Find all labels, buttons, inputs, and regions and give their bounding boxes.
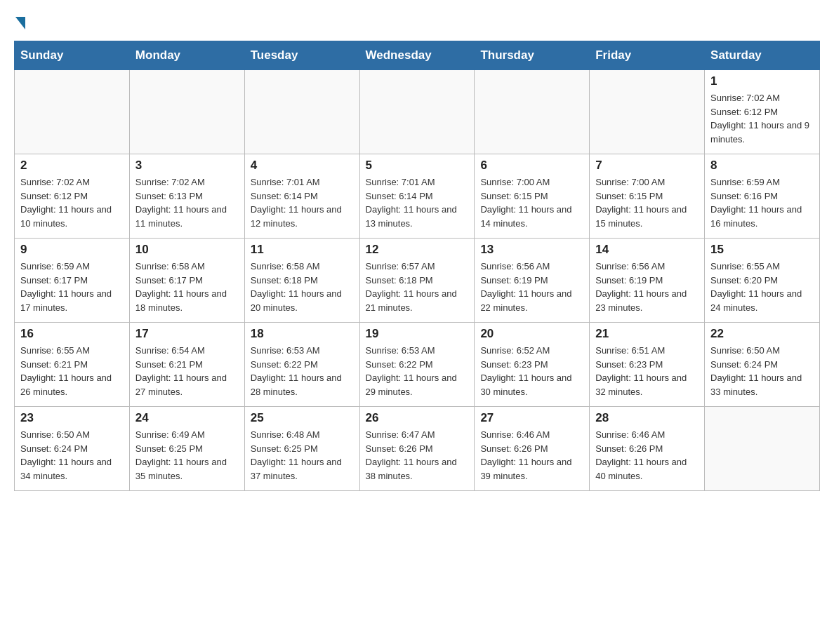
day-number: 10 (135, 243, 239, 257)
calendar-cell (590, 70, 705, 154)
calendar-cell: 5Sunrise: 7:01 AMSunset: 6:14 PMDaylight… (359, 154, 475, 239)
day-number: 18 (251, 327, 354, 341)
day-number: 4 (251, 159, 354, 173)
calendar-cell: 25Sunrise: 6:48 AMSunset: 6:25 PMDayligh… (244, 407, 359, 491)
day-info: Sunrise: 6:49 AMSunset: 6:25 PMDaylight:… (135, 428, 239, 483)
day-info: Sunrise: 6:50 AMSunset: 6:24 PMDaylight:… (20, 428, 124, 483)
day-info: Sunrise: 6:53 AMSunset: 6:22 PMDaylight:… (251, 344, 354, 398)
calendar-cell (475, 70, 590, 154)
calendar-cell: 7Sunrise: 7:00 AMSunset: 6:15 PMDaylight… (590, 154, 705, 239)
logo-arrow-icon (15, 17, 25, 29)
week-row-3: 9Sunrise: 6:59 AMSunset: 6:17 PMDaylight… (15, 239, 820, 323)
calendar-cell: 15Sunrise: 6:55 AMSunset: 6:20 PMDayligh… (705, 239, 820, 323)
week-row-2: 2Sunrise: 7:02 AMSunset: 6:12 PMDaylight… (15, 154, 820, 239)
weekday-row: SundayMondayTuesdayWednesdayThursdayFrid… (15, 41, 820, 70)
calendar-cell: 11Sunrise: 6:58 AMSunset: 6:18 PMDayligh… (244, 239, 359, 323)
weekday-header-friday: Friday (590, 41, 705, 70)
day-info: Sunrise: 6:51 AMSunset: 6:23 PMDaylight:… (595, 344, 699, 398)
calendar-cell: 8Sunrise: 6:59 AMSunset: 6:16 PMDaylight… (705, 154, 820, 239)
day-info: Sunrise: 6:59 AMSunset: 6:16 PMDaylight:… (710, 175, 814, 230)
day-number: 8 (710, 159, 814, 173)
day-info: Sunrise: 6:56 AMSunset: 6:19 PMDaylight:… (595, 260, 699, 314)
day-info: Sunrise: 6:54 AMSunset: 6:21 PMDaylight:… (135, 344, 239, 398)
day-info: Sunrise: 6:46 AMSunset: 6:26 PMDaylight:… (595, 428, 699, 483)
day-number: 1 (710, 74, 814, 88)
day-number: 17 (135, 327, 239, 341)
calendar-cell: 2Sunrise: 7:02 AMSunset: 6:12 PMDaylight… (15, 154, 130, 239)
day-number: 23 (20, 411, 124, 425)
day-number: 21 (595, 327, 699, 341)
weekday-header-wednesday: Wednesday (359, 41, 475, 70)
day-number: 11 (251, 243, 354, 257)
day-number: 15 (710, 243, 814, 257)
calendar-cell: 19Sunrise: 6:53 AMSunset: 6:22 PMDayligh… (359, 323, 475, 407)
day-info: Sunrise: 6:58 AMSunset: 6:17 PMDaylight:… (135, 260, 239, 314)
day-info: Sunrise: 7:02 AMSunset: 6:12 PMDaylight:… (20, 175, 124, 230)
calendar-cell: 21Sunrise: 6:51 AMSunset: 6:23 PMDayligh… (590, 323, 705, 407)
day-number: 25 (251, 411, 354, 425)
calendar-cell: 18Sunrise: 6:53 AMSunset: 6:22 PMDayligh… (244, 323, 359, 407)
day-info: Sunrise: 6:55 AMSunset: 6:21 PMDaylight:… (20, 344, 124, 398)
day-number: 24 (135, 411, 239, 425)
day-number: 22 (710, 327, 814, 341)
day-info: Sunrise: 6:59 AMSunset: 6:17 PMDaylight:… (20, 260, 124, 314)
calendar-cell (244, 70, 359, 154)
day-number: 14 (595, 243, 699, 257)
weekday-header-monday: Monday (129, 41, 244, 70)
day-number: 3 (135, 159, 239, 173)
day-number: 9 (20, 243, 124, 257)
day-info: Sunrise: 7:02 AMSunset: 6:13 PMDaylight:… (135, 175, 239, 230)
calendar-cell: 1Sunrise: 7:02 AMSunset: 6:12 PMDaylight… (705, 70, 820, 154)
calendar-cell: 9Sunrise: 6:59 AMSunset: 6:17 PMDaylight… (15, 239, 130, 323)
day-number: 13 (480, 243, 583, 257)
calendar-cell: 24Sunrise: 6:49 AMSunset: 6:25 PMDayligh… (129, 407, 244, 491)
calendar-cell (705, 407, 820, 491)
day-number: 20 (480, 327, 583, 341)
day-number: 2 (20, 159, 124, 173)
day-info: Sunrise: 6:47 AMSunset: 6:26 PMDaylight:… (366, 428, 469, 483)
weekday-header-saturday: Saturday (705, 41, 820, 70)
day-info: Sunrise: 7:00 AMSunset: 6:15 PMDaylight:… (480, 175, 583, 230)
day-info: Sunrise: 6:52 AMSunset: 6:23 PMDaylight:… (480, 344, 583, 398)
day-info: Sunrise: 7:01 AMSunset: 6:14 PMDaylight:… (251, 175, 354, 230)
calendar-cell: 3Sunrise: 7:02 AMSunset: 6:13 PMDaylight… (129, 154, 244, 239)
day-info: Sunrise: 6:56 AMSunset: 6:19 PMDaylight:… (480, 260, 583, 314)
calendar-cell: 4Sunrise: 7:01 AMSunset: 6:14 PMDaylight… (244, 154, 359, 239)
week-row-1: 1Sunrise: 7:02 AMSunset: 6:12 PMDaylight… (15, 70, 820, 154)
weekday-header-thursday: Thursday (475, 41, 590, 70)
day-number: 7 (595, 159, 699, 173)
day-number: 19 (366, 327, 469, 341)
day-number: 26 (366, 411, 469, 425)
calendar-cell: 20Sunrise: 6:52 AMSunset: 6:23 PMDayligh… (475, 323, 590, 407)
day-number: 16 (20, 327, 124, 341)
day-number: 12 (366, 243, 469, 257)
day-info: Sunrise: 6:53 AMSunset: 6:22 PMDaylight:… (366, 344, 469, 398)
weekday-header-sunday: Sunday (15, 41, 130, 70)
logo (14, 14, 25, 29)
calendar-cell: 10Sunrise: 6:58 AMSunset: 6:17 PMDayligh… (129, 239, 244, 323)
day-info: Sunrise: 6:55 AMSunset: 6:20 PMDaylight:… (710, 260, 814, 314)
day-info: Sunrise: 6:58 AMSunset: 6:18 PMDaylight:… (251, 260, 354, 314)
calendar-header: SundayMondayTuesdayWednesdayThursdayFrid… (15, 41, 820, 70)
day-info: Sunrise: 7:01 AMSunset: 6:14 PMDaylight:… (366, 175, 469, 230)
day-number: 5 (366, 159, 469, 173)
weekday-header-tuesday: Tuesday (244, 41, 359, 70)
day-number: 28 (595, 411, 699, 425)
calendar-cell: 26Sunrise: 6:47 AMSunset: 6:26 PMDayligh… (359, 407, 475, 491)
calendar-cell (359, 70, 475, 154)
day-info: Sunrise: 7:02 AMSunset: 6:12 PMDaylight:… (710, 91, 814, 146)
page-header (14, 14, 820, 29)
calendar-cell (15, 70, 130, 154)
calendar-cell (129, 70, 244, 154)
calendar-table: SundayMondayTuesdayWednesdayThursdayFrid… (14, 41, 820, 491)
calendar-cell: 27Sunrise: 6:46 AMSunset: 6:26 PMDayligh… (475, 407, 590, 491)
week-row-4: 16Sunrise: 6:55 AMSunset: 6:21 PMDayligh… (15, 323, 820, 407)
calendar-cell: 16Sunrise: 6:55 AMSunset: 6:21 PMDayligh… (15, 323, 130, 407)
calendar-cell: 22Sunrise: 6:50 AMSunset: 6:24 PMDayligh… (705, 323, 820, 407)
day-number: 6 (480, 159, 583, 173)
calendar-cell: 6Sunrise: 7:00 AMSunset: 6:15 PMDaylight… (475, 154, 590, 239)
calendar-cell: 14Sunrise: 6:56 AMSunset: 6:19 PMDayligh… (590, 239, 705, 323)
day-info: Sunrise: 6:46 AMSunset: 6:26 PMDaylight:… (480, 428, 583, 483)
logo-top (14, 14, 25, 29)
calendar-cell: 28Sunrise: 6:46 AMSunset: 6:26 PMDayligh… (590, 407, 705, 491)
